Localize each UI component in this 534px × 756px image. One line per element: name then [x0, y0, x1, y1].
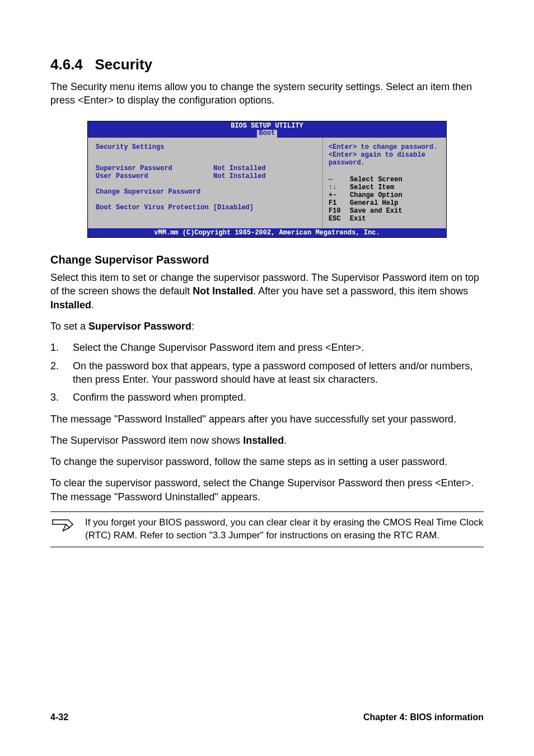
- key-plusminus-icon: +-: [329, 191, 350, 199]
- key-f10: F10: [329, 207, 350, 215]
- key-desc: General Help: [350, 199, 398, 207]
- section-number: 4.6.4: [50, 56, 83, 73]
- bios-key-legend: ↔Select Screen ↑↓Select Item +-Change Op…: [329, 176, 441, 223]
- key-desc: Select Item: [350, 184, 394, 191]
- bios-title: BIOS SETUP UTILITY: [88, 123, 446, 130]
- steps-list: 1.Select the Change Supervisor Password …: [50, 341, 484, 404]
- note-pencil-icon: [50, 516, 75, 542]
- key-desc: Exit: [350, 215, 366, 223]
- bios-label: User Password: [96, 172, 213, 180]
- bios-right-panel: <Enter> to change password. <Enter> agai…: [322, 138, 446, 228]
- paragraph: To change the supervisor password, follo…: [50, 455, 484, 468]
- key-esc: ESC: [329, 215, 350, 223]
- bios-help-line: <Enter> to change password.: [329, 143, 441, 151]
- bios-tab: Boot: [257, 130, 278, 137]
- bios-row-user: User Password Not Installed: [96, 172, 315, 180]
- bios-value: [Disabled]: [213, 204, 254, 212]
- section-title: Security: [95, 56, 153, 73]
- key-f1: F1: [329, 199, 350, 207]
- subheading: Change Supervisor Password: [50, 253, 484, 266]
- page-footer: 4-32 Chapter 4: BIOS information: [50, 712, 484, 722]
- list-item: 3.Confirm the password when prompted.: [50, 391, 484, 404]
- list-item: 1.Select the Change Supervisor Password …: [50, 341, 484, 354]
- section-heading: 4.6.4 Security: [50, 56, 484, 73]
- bios-row-supervisor: Supervisor Password Not Installed: [96, 165, 315, 172]
- bios-row-boot-sector: Boot Sector Virus Protection [Disabled]: [96, 204, 315, 212]
- intro-paragraph: The Security menu items allow you to cha…: [50, 80, 484, 107]
- list-item: 2.On the password box that appears, type…: [50, 359, 484, 387]
- key-arrows-ud-icon: ↑↓: [329, 184, 350, 191]
- bios-value: Not Installed: [213, 165, 266, 172]
- paragraph: To clear the supervisor password, select…: [50, 476, 484, 504]
- bios-section-heading: Security Settings: [96, 143, 315, 151]
- bios-help-line: <Enter> again to disable password.: [329, 151, 441, 167]
- note-box: If you forget your BIOS password, you ca…: [50, 511, 484, 547]
- paragraph: To set a Supervisor Password:: [50, 320, 484, 333]
- bios-label: Boot Sector Virus Protection: [96, 204, 213, 212]
- bios-footer: vMM.mm (C)Copyright 1985-2002, American …: [88, 228, 446, 237]
- paragraph: Select this item to set or change the su…: [50, 271, 484, 312]
- paragraph: The Supervisor Password item now shows I…: [50, 434, 484, 447]
- bios-help-text: <Enter> to change password. <Enter> agai…: [329, 143, 441, 167]
- key-desc: Save and Exit: [350, 207, 402, 215]
- bios-row-change-supervisor: Change Supervisor Password: [96, 188, 315, 196]
- chapter-label: Chapter 4: BIOS information: [363, 712, 484, 722]
- bios-label: Change Supervisor Password: [96, 188, 200, 196]
- bios-left-panel: Security Settings Supervisor Password No…: [88, 138, 322, 228]
- key-arrows-lr-icon: ↔: [329, 176, 350, 184]
- bios-header: BIOS SETUP UTILITY Boot: [88, 121, 446, 138]
- note-text: If you forget your BIOS password, you ca…: [85, 516, 484, 542]
- page-number: 4-32: [50, 712, 68, 722]
- bios-label: Supervisor Password: [96, 165, 213, 172]
- key-desc: Change Option: [350, 191, 402, 199]
- bios-screenshot: BIOS SETUP UTILITY Boot Security Setting…: [87, 121, 447, 238]
- paragraph: The message "Password Installed" appears…: [50, 412, 484, 426]
- key-desc: Select Screen: [350, 176, 402, 184]
- bios-value: Not Installed: [213, 172, 266, 180]
